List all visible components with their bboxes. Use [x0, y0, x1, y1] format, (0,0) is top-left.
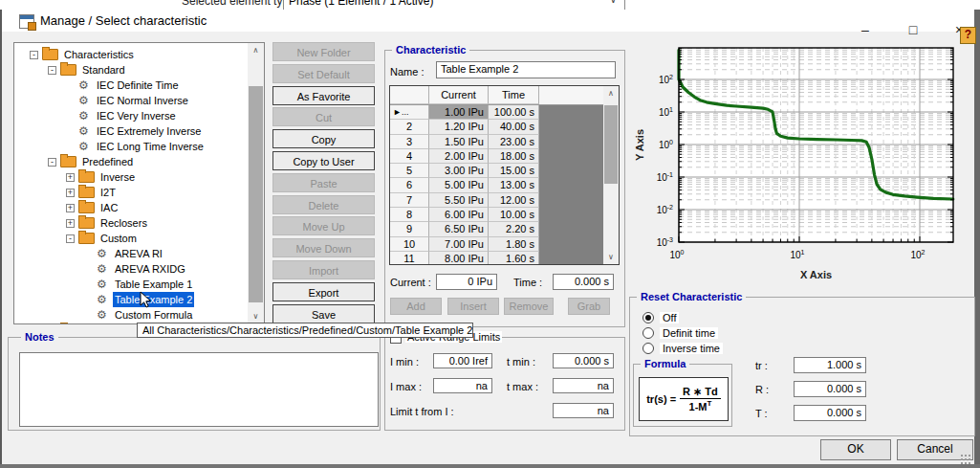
table-scrollbar-thumb[interactable] [604, 105, 618, 184]
row-header-cell[interactable]: 7 [390, 193, 429, 208]
characteristics-tree[interactable]: -Characteristics-Standard⚙IEC Definite T… [13, 42, 265, 324]
tree-item-label[interactable]: IEC Very Inverse [95, 108, 178, 123]
reset-option-inverse-time[interactable]: Inverse time [637, 342, 723, 355]
tree-item-label[interactable]: IEC Definite Time [95, 78, 181, 93]
tree-item-custom[interactable]: -Custom [14, 231, 264, 246]
row-header-cell[interactable]: 8 [390, 208, 429, 222]
radio-icon[interactable] [642, 343, 654, 354]
time-cell[interactable]: 100.00 s [489, 105, 539, 120]
time-cell[interactable]: 40.00 s [489, 120, 539, 134]
collapse-icon[interactable]: - [66, 234, 75, 243]
tree-item-label[interactable]: Predefined [80, 154, 135, 169]
tree-item-areva-rxidg[interactable]: ⚙AREVA RXIDG [14, 261, 264, 277]
tree-item-areva-ri[interactable]: ⚙AREVA RI [14, 246, 264, 261]
table-row[interactable]: 65.00 IPu13.00 s [390, 178, 619, 192]
tree-item-reclosers[interactable]: +Reclosers [14, 215, 264, 231]
tree-item-iec-very-inverse[interactable]: ⚙IEC Very Inverse [14, 108, 264, 123]
name-input[interactable]: Table Example 2 [436, 61, 616, 78]
tree-item-standard[interactable]: -Standard [14, 62, 264, 78]
tree-item-predefined[interactable]: -Predefined [14, 154, 264, 169]
copy-button[interactable]: Copy [272, 129, 375, 148]
tree-item-table-example-1[interactable]: ⚙Table Example 1 [14, 277, 264, 292]
collapse-icon[interactable]: - [30, 51, 38, 59]
radio-icon[interactable] [642, 327, 654, 339]
tree-item-iec-normal-inverse[interactable]: ⚙IEC Normal Inverse [14, 93, 264, 108]
current-cell[interactable]: 3.00 IPu [429, 164, 489, 178]
row-header-cell[interactable]: 5 [390, 164, 429, 178]
tree-item-label[interactable]: IAC [98, 200, 120, 215]
limit-t-input[interactable]: na [553, 403, 614, 418]
tmax-input[interactable]: na [553, 378, 614, 393]
current-cell[interactable]: 5.50 IPu [429, 193, 489, 208]
ok-button[interactable]: OK [820, 439, 891, 460]
reset-option-definit-time[interactable]: Definit time [637, 326, 718, 340]
tree-item-label[interactable]: Reclosers [98, 215, 149, 231]
time-input[interactable]: 0.000 s [553, 274, 614, 290]
table-row[interactable]: ►...1.00 IPu100.00 s [390, 105, 619, 120]
copy-to-user-define-button[interactable]: Copy to User Define [272, 151, 375, 170]
tree-item-label[interactable]: Table Example 1 [113, 277, 194, 292]
as-favorite-button[interactable]: As Favorite [272, 86, 375, 105]
scroll-down-icon[interactable]: ∨ [603, 250, 619, 264]
tree-item-label[interactable]: Custom [98, 231, 139, 246]
scroll-down-icon[interactable]: ∨ [248, 309, 264, 323]
table-row[interactable]: 42.00 IPu18.00 s [390, 149, 619, 164]
current-cell[interactable]: 1.00 IPu [429, 105, 489, 120]
row-header-cell[interactable]: ►... [390, 105, 429, 120]
expand-icon[interactable]: + [66, 219, 75, 228]
current-cell[interactable]: 6.50 IPu [429, 222, 489, 236]
time-cell[interactable]: 18.00 s [489, 149, 539, 164]
tree-item-label[interactable]: IEC Normal Inverse [95, 93, 190, 108]
imax-input[interactable]: na [433, 378, 492, 393]
time-cell[interactable]: 15.00 s [489, 164, 539, 178]
row-header-cell[interactable]: 3 [390, 135, 429, 149]
tree-item-label[interactable]: Inverse [98, 169, 137, 185]
radio-selected-icon[interactable] [642, 312, 654, 323]
current-cell[interactable]: 8.00 IPu [429, 252, 489, 265]
time-cell[interactable]: 23.00 s [489, 135, 539, 149]
table-row[interactable]: 31.50 IPu23.00 s [390, 135, 619, 149]
time-cell[interactable]: 12.00 s [489, 193, 539, 208]
table-scrollbar[interactable]: ∧ ∨ [603, 86, 619, 264]
tree-scrollbar[interactable]: ∧ ∨ [248, 43, 264, 323]
row-header-cell[interactable]: 2 [390, 120, 429, 134]
tree-item-label[interactable]: User defined [80, 323, 143, 324]
time-cell[interactable]: 2.20 s [489, 222, 539, 236]
notes-textarea[interactable] [19, 352, 379, 427]
table-row[interactable]: 96.50 IPu2.20 s [390, 222, 619, 236]
tree-item-label[interactable]: Table Example 2 [113, 292, 194, 307]
table-row[interactable]: 53.00 IPu15.00 s [390, 164, 619, 178]
table-row[interactable]: 118.00 IPu1.60 s [390, 252, 619, 265]
tree-item-label[interactable]: Characteristics [62, 47, 136, 62]
expand-icon[interactable]: + [66, 173, 75, 182]
row-header-cell[interactable]: 11 [390, 252, 429, 265]
export-button[interactable]: Export [272, 282, 375, 301]
time-cell[interactable]: 1.60 s [489, 252, 539, 265]
table-row[interactable]: 86.00 IPu10.00 s [390, 208, 619, 222]
tree-item-iec-long-time-inverse[interactable]: ⚙IEC Long Time Inverse [14, 139, 264, 154]
collapse-icon[interactable]: - [48, 66, 56, 75]
tree-item-iec-extremely-inverse[interactable]: ⚙IEC Extremely Inverse [14, 123, 264, 139]
row-header-cell[interactable]: 6 [390, 178, 429, 192]
row-header-cell[interactable]: 10 [390, 237, 429, 252]
row-header-cell[interactable]: 9 [390, 222, 429, 236]
tree-item-inverse[interactable]: +Inverse [14, 169, 264, 185]
t-input[interactable]: 0.000 s [794, 405, 866, 421]
tree-item-characteristics[interactable]: -Characteristics [14, 47, 264, 62]
scroll-up-icon[interactable]: ∧ [248, 43, 264, 57]
time-cell[interactable]: 1.80 s [489, 237, 539, 252]
tree-item-label[interactable]: Custom Formula [113, 307, 194, 323]
current-cell[interactable]: 5.00 IPu [429, 178, 489, 192]
points-table[interactable]: CurrentTime►...1.00 IPu100.00 s21.20 IPu… [389, 85, 620, 265]
current-input[interactable]: 0 IPu [436, 274, 497, 290]
save-button[interactable]: Save [272, 304, 375, 323]
resize-grip[interactable] [960, 454, 971, 465]
tree-item-iec-definite-time[interactable]: ⚙IEC Definite Time [14, 78, 264, 93]
time-cell[interactable]: 13.00 s [489, 178, 539, 192]
tmin-input[interactable]: 0.000 s [553, 353, 614, 368]
tree-item-label[interactable]: AREVA RI [113, 246, 164, 261]
collapse-icon[interactable]: - [48, 158, 56, 167]
expand-icon[interactable]: + [66, 204, 75, 212]
tree-item-iac[interactable]: +IAC [14, 200, 264, 215]
tree-item-label[interactable]: IEC Long Time Inverse [95, 139, 206, 154]
